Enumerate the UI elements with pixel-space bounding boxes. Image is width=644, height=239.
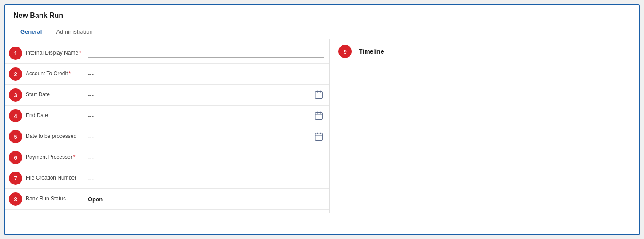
row-internal-display-name: 1 Internal Display Name*	[5, 43, 329, 64]
label-start-date: Start Date	[26, 91, 88, 98]
row-account-to-credit: 2 Account To Credit* ---	[5, 64, 329, 85]
label-bank-run-status: Bank Run Status	[26, 196, 88, 203]
svg-rect-0	[315, 92, 323, 99]
required-star-6: *	[73, 154, 76, 160]
window-title: New Bank Run	[13, 12, 631, 20]
row-number-4: 4	[9, 109, 22, 122]
date-processed-calendar-icon[interactable]	[314, 132, 324, 141]
row-date-to-be-processed: 5 Date to be processed ---	[5, 126, 329, 147]
start-date-placeholder: ---	[88, 92, 310, 98]
value-start-date: ---	[88, 90, 324, 100]
row-number-8: 8	[9, 192, 22, 206]
bank-run-status-value: Open	[88, 196, 103, 203]
row-bank-run-status: 8 Bank Run Status Open	[5, 189, 329, 210]
required-star-1: *	[79, 50, 81, 56]
label-end-date: End Date	[26, 112, 88, 119]
timeline-section: 9 Timeline	[330, 39, 639, 213]
tab-bar: General Administration	[13, 25, 631, 39]
value-end-date: ---	[88, 111, 324, 121]
value-file-creation-number: ---	[88, 175, 324, 182]
account-to-credit-value: ---	[88, 71, 94, 78]
row-end-date: 4 End Date ---	[5, 106, 329, 126]
label-date-to-be-processed: Date to be processed	[26, 133, 88, 140]
value-account-to-credit: ---	[88, 71, 324, 78]
row-number-6: 6	[9, 151, 22, 164]
label-account-to-credit: Account To Credit*	[26, 71, 88, 78]
end-date-calendar-icon[interactable]	[314, 111, 324, 121]
value-payment-processor: ---	[88, 154, 324, 161]
window-header: New Bank Run General Administration	[5, 5, 639, 39]
content-area: 1 Internal Display Name* 2 Account To Cr…	[5, 39, 639, 213]
start-date-calendar-icon[interactable]	[314, 90, 324, 100]
tab-administration[interactable]: Administration	[49, 25, 99, 39]
value-date-to-be-processed: ---	[88, 132, 324, 141]
value-internal-display-name	[88, 49, 324, 58]
value-bank-run-status: Open	[88, 196, 324, 203]
internal-display-name-input[interactable]	[88, 49, 324, 58]
label-payment-processor: Payment Processor*	[26, 154, 88, 161]
row-number-3: 3	[9, 88, 22, 102]
row-payment-processor: 6 Payment Processor* ---	[5, 147, 329, 168]
file-creation-number-value: ---	[88, 175, 94, 182]
row-start-date: 3 Start Date ---	[5, 85, 329, 106]
row-file-creation-number: 7 File Creation Number ---	[5, 168, 329, 189]
row-number-2: 2	[9, 67, 22, 81]
row-number-5: 5	[9, 130, 22, 143]
label-internal-display-name: Internal Display Name*	[26, 50, 88, 57]
main-window: New Bank Run General Administration 1 In…	[4, 4, 640, 235]
end-date-field: ---	[88, 111, 324, 121]
row-number-9: 9	[338, 45, 352, 58]
date-processed-placeholder: ---	[88, 133, 310, 140]
svg-rect-4	[315, 113, 323, 120]
tab-general[interactable]: General	[13, 25, 49, 39]
svg-rect-8	[315, 133, 323, 141]
payment-processor-value: ---	[88, 154, 94, 161]
form-section: 1 Internal Display Name* 2 Account To Cr…	[5, 39, 330, 213]
label-file-creation-number: File Creation Number	[26, 175, 88, 182]
row-number-1: 1	[9, 47, 22, 60]
start-date-field: ---	[88, 90, 324, 100]
date-processed-field: ---	[88, 132, 324, 141]
end-date-placeholder: ---	[88, 113, 310, 119]
row-number-7: 7	[9, 172, 22, 185]
required-star-2: *	[69, 71, 71, 77]
timeline-label: Timeline	[359, 48, 384, 55]
